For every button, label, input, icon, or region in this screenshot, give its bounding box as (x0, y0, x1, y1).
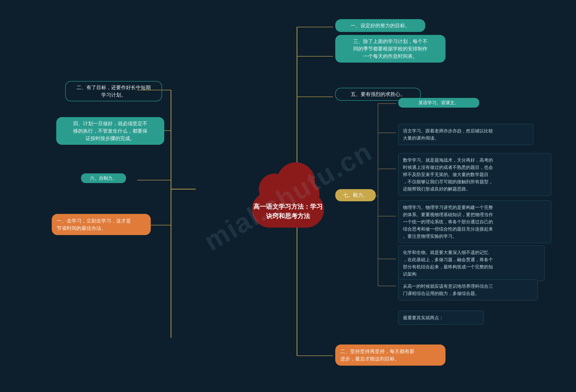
node-bottom2: 二、坚持坚持再坚持，每天都有新进步，最后才能达到目标。 (335, 344, 445, 366)
node-right7: 七、毅力。 (335, 189, 376, 201)
node-left1-bottom: 一、去学习，立刻去学习，这才是节省时间的最佳办法。 (52, 214, 151, 235)
node-detail-math: 数学学习。就是题海战术，天分再好，高考的时候遇上没有做过的或者不熟悉的题目，也会… (398, 153, 551, 196)
node-detail-chem-bio: 化学和生物。就是要大量深入细不遗的记忆，在此基础上，多做习题，融会贯通，将各个部… (398, 245, 545, 281)
center-title: 高一语文学习方法：学习 诀窍和思考方法 (245, 202, 331, 221)
node-detail-physics: 物理学习。物理学习讲究的是要构建一个完整的体系。要重视物理基础知识，要把物理当作… (398, 200, 551, 243)
node-left6: 六、自制力。 (81, 173, 126, 183)
node-detail-english: 英语学习。背课文。 (398, 98, 479, 108)
node-top3: 三、除了上面的学习计划，每个不同的季节都要根据学校的安排制作一个每天的作息时间表… (335, 35, 445, 62)
node-top1: 一、设定好的努力的目标。 (335, 19, 425, 32)
center-cloud: 高一语文学习方法：学习 诀窍和思考方法 (245, 165, 331, 228)
node-left2: 二、有了目标，还要作好长中短期学习计划。 (65, 81, 162, 101)
node-detail-most-important: 最重要其实就两点： (398, 311, 484, 325)
node-detail-integrated: 从高一的时候就应该有意识地培养理科综合三门课程综合运用的能力，多做综合题。 (398, 279, 538, 300)
node-detail-chinese: 语文学习。跟着老师亦步亦趋，然后辅以比较大量的课外阅读。 (398, 124, 533, 145)
node-left4: 四、计划一旦做好，就必须坚定不移的执行，不管发生什么，都要保证按时按步骤的完成。 (56, 117, 164, 145)
